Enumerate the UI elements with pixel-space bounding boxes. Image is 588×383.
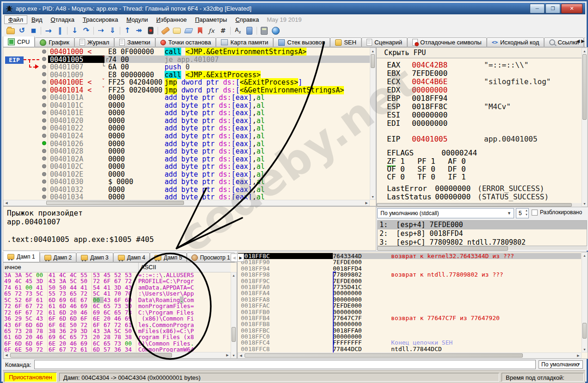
hex-byte[interactable]: 69 — [80, 303, 91, 309]
breakpoint-dot-icon[interactable] — [42, 95, 46, 99]
hex-byte[interactable]: 34 — [125, 346, 135, 352]
registers-vscrollbar[interactable]: ▲ ▼ — [582, 48, 588, 207]
dump-hscrollbar[interactable]: ◀ ▶ — [3, 352, 231, 358]
hex-byte[interactable]: 46 — [70, 340, 80, 346]
hex-byte[interactable]: 43 — [125, 284, 135, 290]
breakpoint-dot-icon[interactable] — [42, 126, 46, 130]
hex-byte[interactable]: 78 — [114, 334, 125, 340]
scroll-right-icon[interactable]: ▶ — [364, 200, 369, 205]
hex-byte[interactable]: 72 — [36, 346, 47, 352]
hex-byte[interactable]: 6D — [15, 340, 25, 346]
minimize-button[interactable]: ─ — [530, 4, 545, 13]
ascii-cell[interactable]: Data\Roaming.Com — [136, 297, 231, 303]
hex-byte[interactable]: 5C — [36, 290, 47, 297]
hex-byte[interactable]: 6F — [4, 346, 15, 352]
hex-byte[interactable]: 6F — [4, 340, 15, 346]
hex-byte[interactable]: 43 — [93, 328, 104, 334]
tab-source[interactable]: <>Исходный код — [487, 37, 545, 47]
hex-byte[interactable]: 3A — [4, 272, 15, 278]
stack-row[interactable]: 0018FFA800000000 — [238, 297, 581, 303]
menu-file[interactable]: Файл — [4, 15, 27, 24]
hex-byte[interactable]: 6D — [36, 322, 47, 328]
disasm-gutter[interactable] — [40, 170, 48, 178]
disasm-row[interactable]: 00401007└6A 00push 0 — [3, 63, 370, 71]
hex-byte[interactable]: 6F — [25, 297, 36, 303]
hex-byte[interactable]: 6C — [93, 340, 104, 346]
hex-byte[interactable]: 61 — [49, 309, 59, 315]
hex-byte[interactable]: 29 — [70, 328, 80, 334]
hex-byte[interactable]: 49 — [4, 278, 15, 284]
dump-row[interactable]: 6572735C557365725C417070:\Users\User\App — [3, 290, 231, 297]
hex-byte[interactable]: 61 — [80, 346, 91, 352]
hex-byte[interactable]: 50 — [125, 328, 135, 334]
hex-byte[interactable]: 78 — [36, 328, 47, 334]
tab-breakpoints[interactable]: Точки останова — [155, 37, 216, 47]
hex-byte[interactable]: 72 — [93, 278, 104, 284]
disasm-gutter[interactable] — [40, 48, 48, 56]
stack-row[interactable]: 0018FFB800000000 — [238, 321, 581, 327]
disasm-row[interactable]: 004010260000add byte ptr ds:[eax],al — [3, 140, 370, 148]
disasm-gutter[interactable] — [40, 109, 48, 117]
hex-byte[interactable]: 72 — [4, 303, 15, 309]
hex-byte[interactable]: 6D — [70, 315, 80, 321]
hex-byte[interactable]: 67 — [25, 309, 36, 315]
dump-row[interactable]: 6F6E50726F6772616D573634CommonProgramW64 — [3, 346, 231, 352]
disasm-gutter[interactable] — [40, 193, 48, 200]
hex-byte[interactable]: 6F — [49, 315, 59, 321]
step-over-button[interactable]: ↷ — [80, 25, 92, 36]
hex-byte[interactable]: 65 — [114, 309, 125, 315]
tab-dump-5[interactable]: Дамп 5 — [150, 253, 187, 262]
hex-byte[interactable]: 73 — [80, 334, 91, 340]
stack-row[interactable]: 0018FFC4FFFFFFFFКонец цепочки SEH — [238, 340, 581, 346]
scroll-left-icon[interactable]: ◀ — [4, 352, 9, 358]
hex-byte[interactable]: 53 — [93, 272, 104, 278]
breakpoint-dot-icon[interactable] — [42, 49, 46, 54]
attach-button[interactable] — [244, 25, 255, 36]
stack-view[interactable]: 0018FF8C7643344Dвозврат к kernel32.76433… — [238, 253, 581, 352]
hex-byte[interactable]: 28 — [104, 334, 114, 340]
hex-byte[interactable]: 6F — [80, 315, 91, 321]
hex-byte[interactable]: 6F — [15, 303, 25, 309]
hex-byte[interactable]: 72 — [80, 290, 91, 297]
stack-row[interactable]: 0018FFA400000000 — [238, 290, 581, 296]
register-row[interactable]: ESI00000000 — [387, 111, 582, 119]
ascii-cell[interactable]: les.CommonProgra — [136, 322, 231, 328]
hex-byte[interactable]: 3A — [15, 272, 25, 278]
arguments-list[interactable]: 1: [esp+4] 7EFDE0002: [esp+8] 0018FFD43:… — [377, 220, 587, 246]
hex-byte[interactable]: 70 — [114, 290, 125, 297]
open-button[interactable] — [5, 25, 16, 36]
hex-byte[interactable]: 5C — [25, 315, 36, 321]
hex-byte[interactable]: 65 — [70, 290, 80, 297]
hex-byte[interactable]: 72 — [80, 322, 91, 328]
scroll-up-icon[interactable]: ▲ — [582, 253, 587, 258]
disasm-row[interactable]: 0040101E0000add byte ptr ds:[eax],al — [3, 109, 370, 117]
registers-hscrollbar[interactable] — [377, 203, 582, 207]
hex-byte[interactable]: 73 — [15, 328, 25, 334]
hex-byte[interactable]: 6F — [15, 322, 25, 328]
ascii-cell[interactable]: CommonProgramW64 — [136, 346, 231, 352]
stack-row[interactable]: 0018FF907EFDE000 — [238, 259, 581, 265]
dump-tabs-scroll-left[interactable]: ◀ — [231, 253, 238, 262]
title-bar[interactable]: app.exe - PID: A48 - Модуль: app.exe - T… — [3, 3, 585, 14]
font-size-button[interactable]: A2 — [232, 25, 244, 36]
hex-byte[interactable]: 6E — [49, 340, 59, 346]
tabbar-scroll-left-icon[interactable]: ◀ — [576, 38, 580, 43]
breakpoint-dot-icon[interactable] — [42, 179, 46, 184]
hex-byte[interactable]: 46 — [70, 303, 80, 309]
breakpoint-dot-icon[interactable] — [42, 156, 46, 161]
ascii-cell[interactable]: (x86)\Common Fi — [136, 315, 231, 321]
disasm-row[interactable]: 0040101A0000add byte ptr ds:[eax],al — [3, 93, 370, 101]
hex-byte[interactable]: 6E — [70, 297, 80, 303]
argument-row[interactable]: 2: [esp+8] 0018FFD4 — [378, 229, 587, 238]
tab-call-stack[interactable]: Стек вызовов — [273, 37, 330, 47]
calculator-button[interactable] — [258, 25, 270, 36]
scroll-left-icon[interactable]: ◀ — [238, 353, 244, 358]
hex-byte[interactable]: 61 — [125, 322, 135, 328]
tab-dump-4[interactable]: Дамп 4 — [113, 253, 150, 262]
stop-button[interactable]: ■ — [28, 25, 39, 36]
hex-byte[interactable]: 61 — [36, 297, 47, 303]
hex-byte[interactable]: 6F — [93, 322, 104, 328]
fx-button[interactable]: ƒx — [206, 25, 217, 36]
hex-byte[interactable]: 72 — [36, 309, 47, 315]
hex-byte[interactable]: 72 — [114, 322, 125, 328]
